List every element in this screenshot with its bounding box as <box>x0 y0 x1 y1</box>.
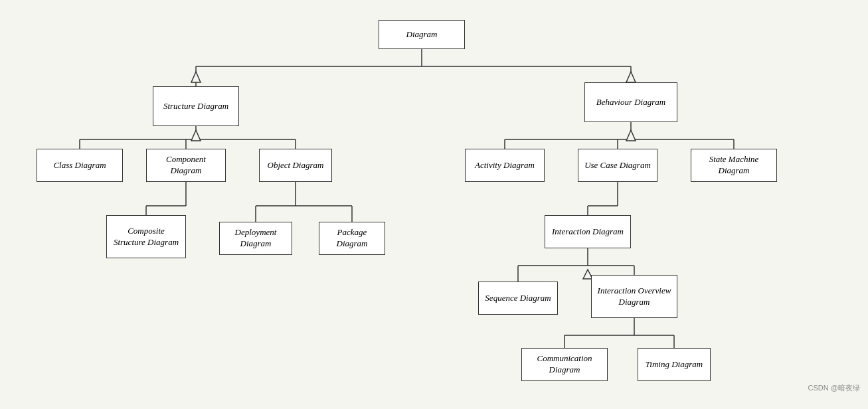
structure-diagram-node: Structure Diagram <box>153 86 239 126</box>
sequence-diagram-node: Sequence Diagram <box>478 282 558 315</box>
package-diagram-node: Package Diagram <box>319 222 385 255</box>
object-diagram-node: Object Diagram <box>259 149 332 182</box>
communication-diagram-node: Communication Diagram <box>521 348 608 381</box>
use-case-diagram-node: Use Case Diagram <box>578 149 657 182</box>
connector-lines <box>0 0 868 398</box>
state-machine-diagram-node: State Machine Diagram <box>691 149 777 182</box>
activity-diagram-node: Activity Diagram <box>465 149 545 182</box>
timing-diagram-node: Timing Diagram <box>638 348 711 381</box>
deployment-diagram-node: Deployment Diagram <box>219 222 292 255</box>
interaction-overview-node: Interaction Overview Diagram <box>591 275 677 318</box>
diagram-node: Diagram <box>379 20 465 49</box>
interaction-diagram-node: Interaction Diagram <box>545 215 631 248</box>
diagram-container: Diagram Structure Diagram Behaviour Diag… <box>0 0 868 398</box>
composite-structure-node: Composite Structure Diagram <box>106 215 186 258</box>
class-diagram-node: Class Diagram <box>37 149 123 182</box>
svg-marker-24 <box>626 130 636 141</box>
behaviour-diagram-node: Behaviour Diagram <box>584 82 677 122</box>
svg-marker-5 <box>626 72 636 82</box>
svg-marker-4 <box>191 72 201 82</box>
svg-marker-11 <box>191 130 201 141</box>
component-diagram-node: Component Diagram <box>146 149 226 182</box>
watermark: CSDN @暗夜绿 <box>808 383 860 393</box>
